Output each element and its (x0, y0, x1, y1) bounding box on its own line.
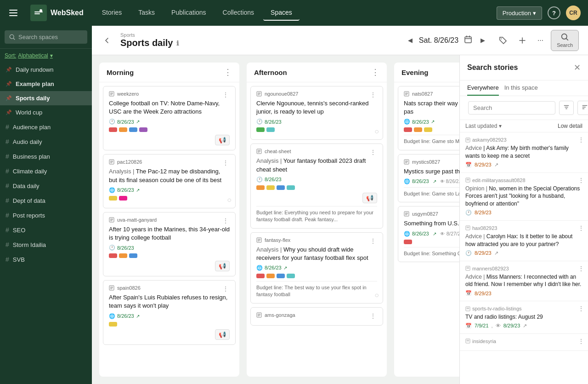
color-dot (287, 274, 295, 278)
hamburger-menu[interactable] (7, 8, 19, 18)
nav-collections[interactable]: Collections (215, 5, 261, 21)
sidebar-item-audience-plan[interactable]: # Audience plan (0, 120, 92, 134)
card-menu-btn[interactable]: ⋮ (220, 158, 232, 167)
tag-button[interactable] (495, 34, 511, 46)
next-date-button[interactable]: ▶ (478, 35, 488, 46)
story-menu-btn[interactable]: ⋮ (578, 224, 584, 232)
story-manners: manners082923 ⋮ Advice | Miss Manners: I… (460, 261, 588, 302)
megaphone-btn[interactable]: 📢 (362, 193, 377, 203)
story-menu-btn[interactable]: ⋮ (578, 305, 584, 312)
sidebar-item-audio-daily[interactable]: # Audio daily (0, 134, 92, 149)
sidebar-search-bar[interactable]: Search spaces (5, 30, 87, 44)
budget-line: Budget line: The best way to use your fl… (256, 284, 377, 298)
card-title: Analysis | The Pac-12 may be disbanding,… (109, 167, 230, 184)
add-button[interactable] (514, 34, 530, 46)
column-morning-title: Morning (107, 69, 134, 76)
sidebar-item-seo[interactable]: # SEO (0, 223, 92, 237)
tab-in-this-space[interactable]: In this space (504, 80, 538, 96)
sort-by-button[interactable]: Last updated ▾ (465, 123, 502, 129)
back-button[interactable] (101, 34, 113, 46)
story-menu-btn[interactable]: ⋮ (578, 177, 584, 184)
help-button[interactable]: ? (548, 6, 560, 19)
sidebar-items: 📌 Daily rundown 📌 Example plan 📌 Sports … (0, 63, 92, 384)
nav-tasks[interactable]: Tasks (131, 5, 162, 21)
nav-spaces[interactable]: Spaces (263, 5, 300, 21)
info-icon[interactable]: ℹ (176, 40, 179, 47)
color-dot (414, 127, 422, 132)
sidebar-item-svb[interactable]: # SVB (0, 252, 92, 267)
external-link-icon: ↗ (433, 231, 436, 236)
card-spain0826: spain0826 ⋮ After Spain's Luis Rubiales … (103, 280, 236, 344)
right-panel-search-input[interactable] (468, 101, 555, 115)
column-afternoon-menu[interactable]: ⋮ (371, 68, 379, 76)
nav-publications[interactable]: Publications (164, 5, 214, 21)
card-menu-btn[interactable]: ⋮ (367, 236, 379, 246)
hash-icon: # (6, 123, 9, 131)
color-dot (424, 127, 432, 132)
prev-date-button[interactable]: ◀ (405, 35, 415, 46)
sidebar-item-data-daily[interactable]: # Data daily (0, 178, 92, 193)
card-ams-gonzaga: ams-gonzaga ⋮ (250, 307, 383, 326)
sidebar-item-daily-rundown[interactable]: 📌 Daily rundown (0, 63, 92, 77)
card-pac120826: pac120826 ⋮ Analysis | The Pac-12 may be… (103, 154, 236, 208)
article-icon (256, 149, 262, 154)
detail-level-button[interactable]: Low detail (558, 123, 582, 129)
card-menu-btn[interactable]: ⋮ (220, 90, 232, 99)
card-menu-btn[interactable]: ⋮ (220, 284, 232, 293)
tab-everywhere[interactable]: Everywhere (467, 80, 499, 96)
column-morning-menu[interactable]: ⋮ (224, 68, 232, 76)
sidebar-item-business-plan[interactable]: # Business plan (0, 149, 92, 164)
sidebar-item-post-reports[interactable]: # Post reports (0, 208, 92, 223)
hash-icon: # (6, 241, 9, 248)
logo-text: WebSked (51, 9, 84, 17)
sidebar-item-dept-of-data[interactable]: # Dept of data (0, 193, 92, 208)
card-colors (256, 185, 377, 190)
sidebar-item-sports-daily[interactable]: 📌 Sports daily (0, 91, 92, 105)
search-button[interactable]: Search (551, 30, 579, 51)
external-link-icon: ↗ (433, 179, 436, 184)
sidebar-item-storm-idailia[interactable]: # Storm Idailia (0, 237, 92, 252)
sidebar-item-climate-daily[interactable]: # Climate daily (0, 164, 92, 178)
card-menu-btn[interactable]: ⋮ (367, 311, 379, 321)
column-evening-title: Evening (401, 69, 428, 76)
external-link-icon: ↗ (431, 119, 435, 124)
card-menu-btn[interactable]: ⋮ (367, 148, 379, 157)
column-morning: Morning ⋮ weekzero ⋮ College football on… (99, 63, 239, 377)
card-usgym0827: usgym0827 ⋮ Something from U.S. champion… (398, 206, 459, 262)
story-menu-btn[interactable]: ⋮ (578, 265, 584, 272)
production-button[interactable]: Production ▾ (497, 6, 542, 20)
card-title: Nats scrap their way to win, this time f… (404, 99, 459, 116)
card-menu-btn[interactable]: ⋮ (367, 90, 379, 99)
more-button[interactable]: ⋯ (534, 35, 547, 46)
user-avatar[interactable]: CR (566, 6, 581, 20)
megaphone-btn[interactable]: 📢 (215, 329, 230, 340)
sidebar-item-world-cup[interactable]: 📌 World cup (0, 105, 92, 120)
card-menu-btn[interactable]: ⋮ (220, 216, 232, 225)
color-dot (287, 185, 295, 190)
story-date: 8/29/23 (475, 250, 492, 256)
card-author-name: uva-matt-ganyard (117, 217, 157, 223)
article-icon (109, 159, 114, 165)
card-author-name: weekzero (117, 91, 139, 97)
globe-icon: 🌐 (109, 187, 115, 193)
right-panel-close-btn[interactable]: ✕ (574, 63, 581, 73)
megaphone-btn[interactable]: 📢 (215, 135, 230, 145)
sidebar-item-example-plan[interactable]: 📌 Example plan (0, 77, 92, 91)
color-dot (109, 196, 117, 201)
card-date: 🌐 8/26/23 ↗ 👁 8/27/2 (404, 231, 459, 237)
sort-alphabetical[interactable]: Alphabetical (18, 52, 48, 59)
story-menu-btn[interactable]: ⋮ (578, 338, 584, 345)
external-link-icon: ↗ (136, 314, 140, 319)
space-date: Sat. 8/26/23 (419, 36, 458, 45)
story-insidesyria: insidesyria ⋮ (460, 334, 588, 351)
article-icon (465, 178, 470, 183)
megaphone-btn[interactable]: 📢 (215, 261, 230, 271)
budget-line: Budget line: Everything you need to prep… (256, 209, 377, 224)
calendar-button[interactable] (462, 34, 474, 47)
story-menu-btn[interactable]: ⋮ (578, 136, 584, 143)
sort-filter-button[interactable] (577, 101, 588, 115)
calendar-icon: 📅 (465, 323, 472, 329)
nav-stories[interactable]: Stories (95, 5, 130, 21)
filter-button[interactable] (559, 101, 574, 115)
globe-icon: 🌐 (256, 265, 263, 271)
